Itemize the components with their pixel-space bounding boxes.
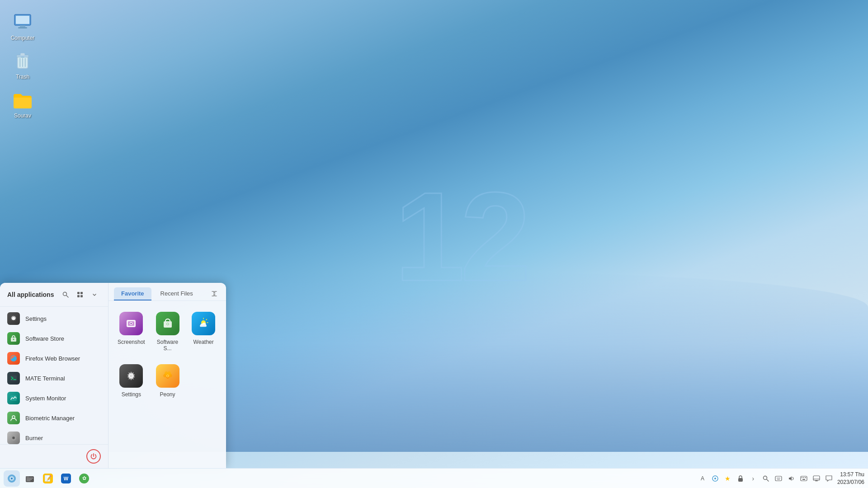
fav-item-peony[interactable]: Peony: [151, 359, 185, 403]
app-item-firefox[interactable]: Firefox Web Browser: [0, 348, 108, 368]
desktop-icon-trash[interactable]: Trash: [5, 48, 41, 82]
app-item-system-monitor[interactable]: System Monitor: [0, 388, 108, 408]
power-button[interactable]: [86, 449, 101, 464]
fav-item-weather[interactable]: Weather: [186, 306, 221, 357]
fav-item-software-store[interactable]: Software S...: [151, 306, 185, 357]
software-store-fav-icon: [156, 312, 179, 335]
sysmon-app-name: System Monitor: [25, 395, 66, 402]
taskbar: 📝 W ✿ A ★: [0, 468, 868, 488]
screenshot-fav-icon: [119, 312, 143, 335]
svg-line-48: [206, 319, 207, 320]
desktop: 12 Computer: [0, 0, 868, 488]
tray-icon-search[interactable]: [760, 473, 771, 484]
svg-rect-2: [20, 25, 25, 27]
trash-icon-label: Trash: [16, 74, 29, 80]
tray-icon-star[interactable]: ★: [722, 473, 733, 484]
app-list-title: All applications: [7, 291, 56, 298]
svg-point-10: [21, 56, 24, 57]
svg-rect-6: [20, 53, 25, 56]
svg-rect-3: [18, 27, 27, 28]
sysmon-app-icon: [7, 392, 20, 404]
start-button[interactable]: [4, 470, 20, 487]
firefox-app-icon: [7, 352, 20, 365]
settings-fav-label: Settings: [122, 391, 141, 398]
svg-rect-69: [775, 476, 782, 481]
favorites-panel: Favorite Recent Files: [108, 283, 226, 468]
fav-item-settings[interactable]: Settings: [114, 359, 149, 403]
tab-recent-files[interactable]: Recent Files: [153, 287, 200, 300]
terminal-app-icon: [7, 372, 20, 385]
app-taskbar-button[interactable]: ✿: [76, 470, 92, 487]
biometric-app-icon: [7, 412, 20, 424]
peony-fav-label: Peony: [160, 391, 175, 398]
tray-icon-arrow[interactable]: ›: [748, 473, 759, 484]
tray-icon-keyboard[interactable]: [773, 473, 784, 484]
biometric-app-name: Biometric Manager: [25, 415, 75, 422]
software-store-app-name: Software Store: [25, 335, 64, 342]
tray-icon-font[interactable]: A: [697, 473, 708, 484]
notes-taskbar-button[interactable]: 📝: [40, 470, 56, 487]
clock-time: 13:57 Thu: [837, 471, 864, 479]
grid-view-button[interactable]: [74, 288, 86, 301]
svg-rect-1: [16, 16, 29, 24]
svg-rect-15: [77, 295, 80, 297]
svg-rect-73: [802, 477, 802, 478]
settings-app-icon: [7, 312, 20, 325]
desktop-icons-area: Computer Trash: [5, 9, 41, 121]
desktop-icon-sourav[interactable]: Sourav: [5, 87, 41, 121]
svg-point-41: [131, 323, 132, 324]
svg-rect-14: [80, 292, 83, 294]
svg-rect-79: [815, 480, 818, 481]
settings-app-name: Settings: [25, 315, 47, 322]
app-list-panel: All applications: [0, 283, 108, 468]
tray-icon-volume[interactable]: [786, 473, 797, 484]
svg-rect-21: [10, 375, 17, 381]
app-item-burner[interactable]: Burner: [0, 428, 108, 444]
software-store-fav-label: Software S...: [154, 339, 181, 352]
weather-fav-icon: [192, 312, 215, 335]
favorites-tabs: Favorite Recent Files: [108, 283, 226, 301]
tab-favorite[interactable]: Favorite: [114, 287, 151, 300]
screenshot-fav-label: Screenshot: [118, 339, 145, 345]
weather-fav-label: Weather: [193, 339, 214, 345]
folder-icon: [12, 89, 33, 111]
svg-rect-13: [77, 292, 80, 294]
svg-rect-72: [801, 476, 807, 481]
app-item-settings[interactable]: Settings: [0, 309, 108, 328]
taskbar-system-icons: A ★ ›: [697, 473, 835, 484]
tray-icon-desktop[interactable]: [811, 473, 822, 484]
tray-icon-chat[interactable]: [824, 473, 835, 484]
svg-line-68: [767, 479, 769, 481]
taskbar-left: 📝 W ✿: [4, 470, 92, 487]
expand-arrow-button[interactable]: [88, 288, 101, 301]
expand-button[interactable]: [208, 287, 221, 300]
svg-rect-66: [738, 478, 743, 482]
svg-point-65: [714, 478, 716, 479]
svg-rect-63: [26, 476, 29, 478]
word-taskbar-button[interactable]: W: [58, 470, 74, 487]
app-item-biometric-manager[interactable]: Biometric Manager: [0, 408, 108, 428]
firefox-app-name: Firefox Web Browser: [25, 355, 80, 362]
trash-icon: [12, 50, 33, 72]
svg-point-19: [13, 339, 14, 340]
taskbar-clock[interactable]: 13:57 Thu 2023/07/06: [837, 471, 864, 486]
app-item-software-store[interactable]: Software Store: [0, 328, 108, 348]
svg-rect-77: [813, 476, 820, 480]
computer-icon-label: Computer: [11, 35, 35, 41]
tray-icon-keyboard2[interactable]: [798, 473, 809, 484]
burner-app-icon: [7, 432, 20, 444]
start-menu: All applications: [0, 283, 226, 468]
svg-point-24: [12, 416, 15, 418]
tray-icon-network[interactable]: [710, 473, 721, 484]
files-taskbar-button[interactable]: [22, 470, 38, 487]
desktop-icon-computer[interactable]: Computer: [5, 9, 41, 43]
app-item-mate-terminal[interactable]: MATE Terminal: [0, 368, 108, 388]
app-list: Settings Software Store: [0, 307, 108, 444]
app-list-header: All applications: [0, 283, 108, 307]
fav-item-screenshot[interactable]: Screenshot: [114, 306, 149, 357]
search-button[interactable]: [59, 288, 72, 301]
svg-point-67: [763, 476, 767, 479]
svg-rect-75: [805, 477, 806, 478]
burner-app-name: Burner: [25, 435, 43, 441]
tray-icon-lock[interactable]: [735, 473, 746, 484]
